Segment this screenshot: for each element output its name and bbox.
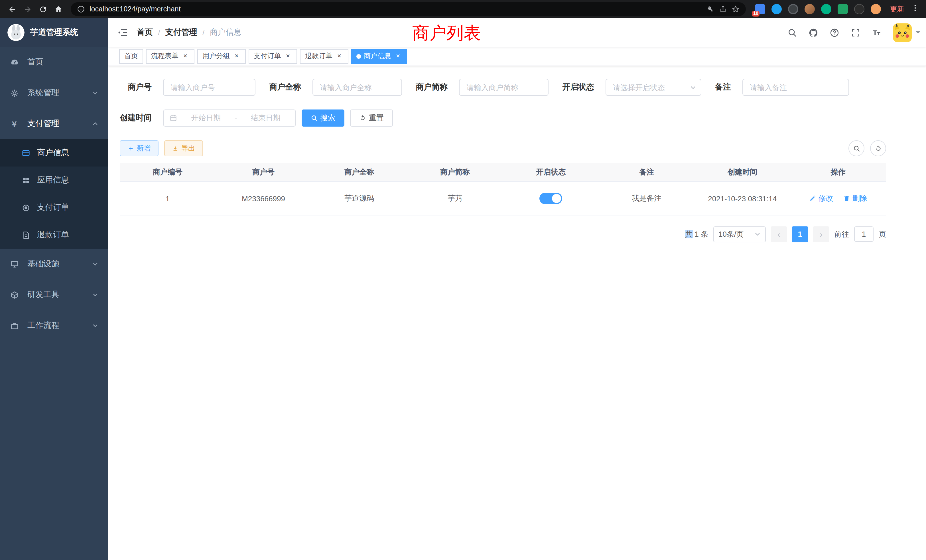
- address-bar[interactable]: localhost:1024/pay/merchant: [71, 2, 746, 16]
- browser-update-button[interactable]: 更新: [890, 4, 904, 14]
- close-icon[interactable]: ×: [284, 52, 292, 60]
- page-unit-label: 页: [879, 229, 886, 239]
- close-icon[interactable]: ×: [181, 52, 189, 60]
- close-icon[interactable]: ×: [233, 52, 241, 60]
- sidebar: 芋道管理系统 首页 系统管理 ¥ 支付管理: [0, 18, 108, 560]
- app-logo[interactable]: 芋道管理系统: [0, 18, 108, 47]
- sidebar-item-label: 基础设施: [27, 259, 59, 269]
- sidebar-item-label: 退款订单: [37, 230, 69, 240]
- extension-green-circle-icon[interactable]: [821, 4, 831, 14]
- sidebar-item-home[interactable]: 首页: [0, 47, 108, 77]
- remark-label: 备注: [715, 82, 731, 92]
- share-icon[interactable]: [719, 5, 727, 13]
- hamburger-icon[interactable]: [108, 18, 137, 47]
- toggle-search-button[interactable]: [849, 140, 864, 156]
- breadcrumb-home[interactable]: 首页: [137, 27, 153, 38]
- sidebar-item-workflow[interactable]: 工作流程: [0, 310, 108, 341]
- create-time-range-picker[interactable]: 开始日期 - 结束日期: [163, 109, 296, 127]
- sidebar-item-infrastructure[interactable]: 基础设施: [0, 249, 108, 279]
- cell-merchant-name: 芋道源码: [311, 182, 407, 216]
- add-button[interactable]: 新增: [120, 140, 159, 156]
- site-info-icon[interactable]: [77, 5, 85, 13]
- briefcase-icon: [10, 321, 19, 330]
- search-icon[interactable]: [783, 23, 802, 42]
- start-date-placeholder: 开始日期: [182, 113, 230, 123]
- next-page-button[interactable]: ›: [813, 226, 829, 242]
- fullscreen-icon[interactable]: [846, 23, 865, 42]
- extension-badge: 10: [752, 11, 760, 17]
- pagination: 共 1 条 10条/页 ‹ 1 › 前往 页: [120, 226, 886, 242]
- goto-label: 前往: [834, 229, 849, 239]
- status-select[interactable]: [605, 79, 701, 96]
- prev-page-button[interactable]: ‹: [771, 226, 787, 242]
- edit-button[interactable]: 修改: [809, 193, 833, 204]
- font-size-icon[interactable]: [867, 23, 886, 42]
- goto-page-input[interactable]: [854, 226, 873, 242]
- delete-button[interactable]: 删除: [843, 193, 867, 204]
- col-header: 创建时间: [694, 163, 790, 182]
- close-icon[interactable]: ×: [335, 52, 343, 60]
- password-key-icon[interactable]: [707, 5, 714, 13]
- merchant-name-input[interactable]: [312, 79, 402, 96]
- col-header: 操作: [790, 163, 886, 182]
- tab-process-form[interactable]: 流程表单×: [146, 49, 194, 64]
- reset-button[interactable]: 重置: [350, 109, 393, 127]
- page-size-select[interactable]: 10条/页: [713, 226, 766, 242]
- extension-pinwheel-icon[interactable]: [854, 4, 864, 14]
- merchant-short-input[interactable]: [459, 79, 549, 96]
- remark-input[interactable]: [742, 79, 849, 96]
- extension-emoji-icon[interactable]: [871, 4, 881, 14]
- sidebar-item-pay-order[interactable]: 支付订单: [0, 194, 108, 221]
- merchant-no-input[interactable]: [163, 79, 256, 96]
- sidebar-item-pay[interactable]: ¥ 支付管理: [0, 108, 108, 139]
- browser-home-icon[interactable]: [51, 2, 66, 17]
- cell-remark: 我是备注: [599, 182, 694, 216]
- chevron-down-icon: [92, 90, 98, 96]
- bookmark-star-icon[interactable]: [732, 5, 740, 13]
- avatar-caret-icon: [916, 31, 920, 36]
- browser-forward-icon[interactable]: [20, 2, 35, 17]
- extension-green-square-icon[interactable]: [838, 4, 848, 14]
- yen-icon: ¥: [10, 119, 19, 128]
- navbar-actions: [783, 23, 926, 42]
- cell-merchant-short: 芋艿: [407, 182, 503, 216]
- target-icon: [21, 203, 30, 212]
- breadcrumb: 首页 / 支付管理 / 商户信息: [137, 27, 242, 38]
- help-icon[interactable]: [825, 23, 844, 42]
- extension-avatar-icon[interactable]: [805, 4, 815, 14]
- page-number-1[interactable]: 1: [792, 226, 808, 242]
- chevron-up-icon: [92, 121, 98, 127]
- breadcrumb-pay[interactable]: 支付管理: [165, 27, 197, 38]
- extension-drop-icon[interactable]: [772, 4, 782, 14]
- tab-refund-order[interactable]: 退款订单×: [300, 49, 348, 64]
- tab-pay-order[interactable]: 支付订单×: [249, 49, 297, 64]
- extension-puzzle-icon[interactable]: 10: [755, 4, 765, 14]
- chevron-down-icon: [92, 261, 98, 267]
- sidebar-item-dev-tools[interactable]: 研发工具: [0, 279, 108, 310]
- chevron-down-icon: [92, 323, 98, 328]
- sidebar-item-merchant-info[interactable]: 商户信息: [0, 139, 108, 166]
- refresh-table-button[interactable]: [870, 140, 886, 156]
- date-separator: -: [235, 114, 237, 122]
- search-button[interactable]: 搜索: [302, 109, 344, 127]
- sidebar-item-label: 支付订单: [37, 203, 69, 213]
- sidebar-item-refund-order[interactable]: 退款订单: [0, 221, 108, 249]
- export-button[interactable]: 导出: [164, 140, 203, 156]
- user-avatar-button[interactable]: [893, 23, 920, 42]
- browser-reload-icon[interactable]: [35, 2, 51, 17]
- browser-menu-icon[interactable]: [909, 4, 921, 14]
- sidebar-item-system[interactable]: 系统管理: [0, 77, 108, 108]
- status-toggle[interactable]: [539, 193, 562, 204]
- tab-home[interactable]: 首页: [119, 49, 143, 64]
- extensions-area: 10: [755, 4, 881, 14]
- active-dot: [356, 54, 361, 59]
- tab-merchant-info[interactable]: 商户信息×: [351, 49, 407, 64]
- close-icon[interactable]: ×: [394, 52, 402, 60]
- github-icon[interactable]: [804, 23, 823, 42]
- extension-sphere-icon[interactable]: [788, 4, 798, 14]
- col-header: 商户编号: [120, 163, 216, 182]
- tab-user-group[interactable]: 用户分组×: [197, 49, 246, 64]
- browser-back-icon[interactable]: [5, 2, 20, 17]
- pagination-total: 共 1 条: [685, 229, 708, 239]
- sidebar-item-app-info[interactable]: 应用信息: [0, 166, 108, 194]
